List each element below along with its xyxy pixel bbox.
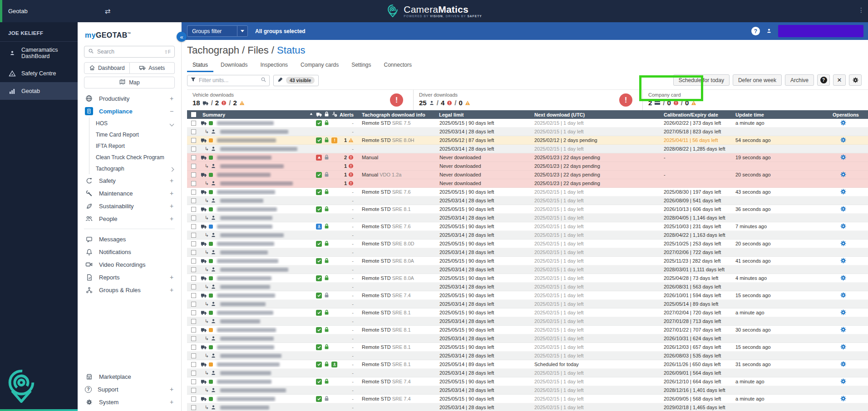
tab-connectors[interactable]: Connectors [379,60,417,72]
sort-ascending-icon[interactable] [309,112,316,117]
search-input[interactable]: Search ⇧F [84,46,175,58]
row-settings-gear-icon[interactable] [840,292,846,299]
vehicle-row[interactable]: -Remote STD SRE 7.42025/05/15 | 90 days … [187,377,868,386]
row-settings-gear-icon[interactable] [840,206,846,213]
sidebar-item-safety[interactable]: Safety+ [78,174,181,187]
vehicle-row[interactable]: -Remote STD SRE 7.42025/05/15 | 90 days … [187,395,868,403]
row-settings-gear-icon[interactable] [840,240,846,247]
sidebar-subitem-hos[interactable]: HOS [89,117,181,129]
sidebar-item-productivity[interactable]: Productivity+ [78,92,181,105]
row-checkbox[interactable] [191,190,196,195]
sidebar-item-sustainability[interactable]: Sustainability+ [78,200,181,212]
help-icon[interactable]: ? [751,27,760,35]
driver-row[interactable]: ↳-2025/03/14 | 28 days left2025/02/15 | … [187,231,868,240]
plus-icon[interactable]: + [168,190,175,197]
driver-row[interactable]: ↳-2025/03/14 | 28 days left2025/02/15 | … [187,369,868,377]
vehicle-row[interactable]: -Remote STD SRE 7.62025/05/15 | 90 days … [187,222,868,231]
row-settings-gear-icon[interactable] [840,344,846,351]
tab-status[interactable]: Status [187,60,213,72]
plus-icon[interactable]: + [168,177,175,184]
sidebar-item-notifications[interactable]: Notifications [78,245,181,258]
minus-icon[interactable]: − [168,108,175,115]
rail-item-geotab[interactable]: Geotab [0,82,78,100]
row-settings-gear-icon[interactable] [840,275,846,282]
row-checkbox[interactable] [191,138,196,143]
help-button[interactable]: ? [817,74,830,86]
row-checkbox[interactable] [191,336,196,341]
driver-row[interactable]: ↳-2025/03/14 | 28 days left2025/02/15 | … [187,248,868,257]
swap-panels-icon[interactable]: ⇄ [105,7,111,15]
row-checkbox[interactable] [191,362,196,367]
driver-row[interactable]: ↳-2025/03/14 | 28 days left2025/02/15 | … [187,283,868,291]
driver-row[interactable]: ↳1Never downloaded2025/01/23 | 22 days p… [187,179,868,188]
chevron-right-icon[interactable] [168,165,175,172]
row-checkbox[interactable] [191,250,196,255]
vehicle-row[interactable]: -Remote STD SRE 8.12025/05/15 | 90 days … [187,308,868,317]
row-checkbox[interactable] [191,328,196,333]
tab-downloads[interactable]: Downloads [215,60,253,72]
plus-icon[interactable]: + [168,386,175,393]
vehicle-row[interactable]: -Remote STD SRE 8.0A2025/05/15 | 90 days… [187,274,868,283]
vehicle-row[interactable]: 1Manual VDO 1.2aNever downloaded2025/01/… [187,171,868,179]
dashboard-button[interactable]: Dashboard [84,62,130,74]
driver-row[interactable]: ↳-2025/03/14 | 28 days left2025/02/15 | … [187,352,868,360]
plus-icon[interactable]: + [168,95,175,102]
tab-inspections[interactable]: Inspections [255,60,293,72]
sidebar-item-groups-rules[interactable]: Groups & Rules+ [78,284,181,296]
sidebar-item-reports[interactable]: Reports+ [78,271,181,284]
schedule-for-today-button[interactable]: Schedule for today [673,74,730,86]
row-checkbox[interactable] [191,233,196,238]
visible-filter-button[interactable]: 43 visible [273,75,319,86]
row-settings-gear-icon[interactable] [840,309,846,316]
rail-item-cameramatics-dashboard[interactable]: Cameramatics DashBoard [0,42,78,64]
user-icon[interactable] [766,27,772,35]
row-checkbox[interactable] [191,405,196,410]
row-settings-gear-icon[interactable] [840,327,846,333]
row-settings-gear-icon[interactable] [840,258,846,264]
sidebar-item-marketplace[interactable]: Marketplace [78,370,181,383]
sidebar-item-messages[interactable]: Messages [78,233,181,245]
row-checkbox[interactable] [191,241,196,246]
row-settings-gear-icon[interactable] [840,378,846,385]
vehicle-row[interactable]: 2Manual Never downloaded2025/01/23 | 22 … [187,153,868,162]
row-checkbox[interactable] [191,164,196,169]
row-settings-gear-icon[interactable] [840,361,846,368]
row-checkbox[interactable] [191,155,196,160]
row-checkbox[interactable] [191,302,196,307]
driver-row[interactable]: ↳-2025/03/14 | 28 days left2025/02/15 | … [187,300,868,308]
row-checkbox[interactable] [191,284,196,289]
driver-row[interactable]: ↳-2025/03/14 | 28 days left2025/02/15 | … [187,386,868,395]
vehicle-row[interactable]: -Remote STD SRE 8.12025/05/15 | 90 days … [187,205,868,214]
driver-row[interactable]: ↳-2025/03/14 | 28 days left2025/02/15 | … [187,196,868,205]
filter-units-input[interactable]: Filter units... [187,75,270,86]
row-settings-gear-icon[interactable] [840,137,846,144]
row-settings-gear-icon[interactable] [840,171,846,178]
row-checkbox[interactable] [191,276,196,281]
vehicle-row[interactable]: 1Remote STD SRE 8.0H2025/05/12 | 87 days… [187,136,868,145]
plus-icon[interactable]: + [168,202,175,210]
row-settings-gear-icon[interactable] [840,189,846,196]
assets-button[interactable]: Assets [130,62,175,74]
sidebar-subitem-time-card-report[interactable]: Time Card Report [89,129,181,140]
row-checkbox[interactable] [191,259,196,264]
row-checkbox[interactable] [191,267,196,272]
row-checkbox[interactable] [191,319,196,324]
row-checkbox[interactable] [191,147,196,152]
driver-row[interactable]: ↳-2025/03/14 | 28 days left2025/02/15 | … [187,127,868,136]
row-settings-gear-icon[interactable] [840,154,846,161]
driver-row[interactable]: ↳-2025/03/14 | 28 days left2025/02/15 | … [187,317,868,326]
plus-icon[interactable]: + [168,274,175,281]
row-checkbox[interactable] [191,388,196,393]
sidebar-subitem-clean-truck-check-program[interactable]: Clean Truck Check Program [89,152,181,163]
plus-icon[interactable]: + [168,398,175,406]
sidebar-item-maintenance[interactable]: Maintenance+ [78,187,181,200]
plus-icon[interactable]: + [168,215,175,222]
close-button[interactable]: ✕ [833,74,846,86]
vehicle-row[interactable]: -Remote STD SRE 7.42025/05/15 | 90 days … [187,291,868,300]
groups-filter-button[interactable]: Groups filter [187,25,237,37]
tab-settings[interactable]: Settings [346,60,376,72]
defer-one-week-button[interactable]: Defer one week [733,74,782,86]
vehicle-row[interactable]: -Remote STD SRE 8.0D2025/05/15 | 90 days… [187,240,868,248]
map-button[interactable]: Map [84,77,175,88]
row-settings-gear-icon[interactable] [840,396,846,402]
